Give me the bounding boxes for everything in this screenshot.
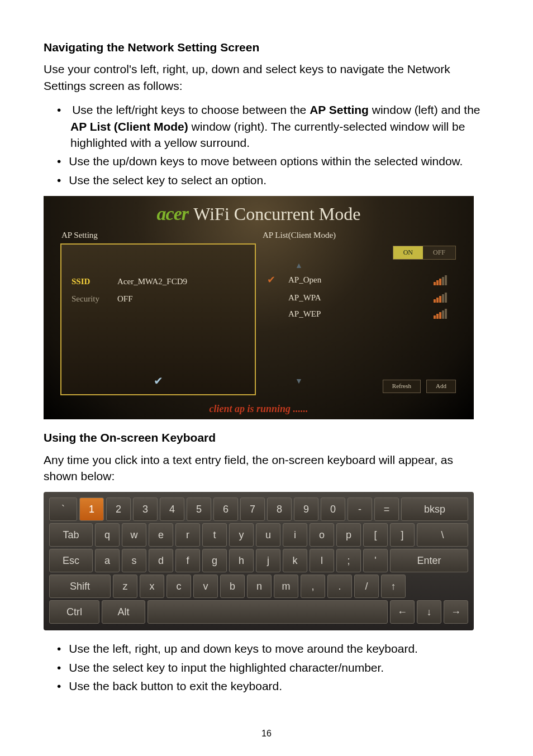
key-8[interactable]: 8 xyxy=(267,497,292,521)
ap-row-wep[interactable]: AP_WEP xyxy=(267,306,456,322)
ap-list-header: AP List(Client Mode) xyxy=(261,227,457,243)
key-backtick[interactable]: ` xyxy=(49,497,77,521)
heading-navigating: Navigating the Network Setting Screen xyxy=(44,39,489,55)
off-button[interactable]: OFF xyxy=(423,246,455,259)
key-esc[interactable]: Esc xyxy=(49,549,93,572)
key-9[interactable]: 9 xyxy=(294,497,318,521)
key-o[interactable]: o xyxy=(310,523,334,547)
signal-icon xyxy=(434,293,456,303)
key-equals[interactable]: = xyxy=(374,497,399,521)
key-rbracket[interactable]: ] xyxy=(390,523,415,547)
kbd-row-5: Ctrl Alt ← ↓ → xyxy=(49,600,468,624)
security-value[interactable]: OFF xyxy=(117,293,133,305)
signal-icon xyxy=(434,275,456,285)
key-backslash[interactable]: \ xyxy=(417,523,468,547)
key-f[interactable]: f xyxy=(175,549,200,572)
para-nav-intro: Use your control's left, right, up, down… xyxy=(44,61,489,94)
key-t[interactable]: t xyxy=(202,523,227,547)
on-button[interactable]: ON xyxy=(393,246,423,259)
key-p[interactable]: p xyxy=(336,523,361,547)
kbd-bullet-1: Use the left, right, up and down keys to… xyxy=(57,640,489,657)
key-3[interactable]: 3 xyxy=(133,497,158,521)
chevron-down-icon[interactable]: ✔ xyxy=(154,373,163,389)
key-x[interactable]: x xyxy=(140,575,164,598)
key-g[interactable]: g xyxy=(202,549,227,572)
nav-bullet-list: Use the left/right keys to choose betwee… xyxy=(44,102,489,188)
key-slash[interactable]: / xyxy=(354,575,379,598)
ap-list-panel[interactable]: AP List(Client Mode) ON OFF ▲ ✔ AP_Open xyxy=(261,227,457,395)
key-j[interactable]: j xyxy=(256,549,280,572)
key-b[interactable]: b xyxy=(220,575,245,598)
signal-icon xyxy=(434,309,456,319)
key-minus[interactable]: - xyxy=(348,497,372,521)
on-off-toggle[interactable]: ON OFF xyxy=(393,246,456,260)
key-apostrophe[interactable]: ' xyxy=(363,549,388,572)
key-space[interactable] xyxy=(147,600,388,624)
ap-row-wpa[interactable]: AP_WPA xyxy=(267,290,456,306)
key-6[interactable]: 6 xyxy=(213,497,238,521)
key-shift[interactable]: Shift xyxy=(49,575,111,598)
ap-list-box: ON OFF ▲ ✔ AP_Open AP_WPA xyxy=(261,243,457,395)
key-q[interactable]: q xyxy=(95,523,120,547)
kbd-bullet-list: Use the left, right, up and down keys to… xyxy=(44,640,489,694)
key-1[interactable]: 1 xyxy=(79,497,104,521)
key-v[interactable]: v xyxy=(193,575,218,598)
ap-row-open[interactable]: ✔ AP_Open xyxy=(267,271,456,289)
key-5[interactable]: 5 xyxy=(187,497,211,521)
nav-bullet-1: Use the left/right keys to choose betwee… xyxy=(57,102,489,151)
nav-b1-mid: window (left) and the xyxy=(369,103,480,116)
acer-logo: acer xyxy=(157,200,188,227)
key-right-arrow[interactable]: → xyxy=(444,600,468,624)
key-u[interactable]: u xyxy=(256,523,280,547)
key-m[interactable]: m xyxy=(274,575,298,598)
kbd-row-4: Shift z x c v b n m , . / ↑ xyxy=(49,575,468,598)
ap-name: AP_Open xyxy=(280,274,434,286)
key-c[interactable]: c xyxy=(166,575,191,598)
ssid-value[interactable]: Acer_MWA2_FCD9 xyxy=(117,276,187,288)
key-comma[interactable]: , xyxy=(301,575,325,598)
key-ctrl[interactable]: Ctrl xyxy=(49,600,99,624)
key-y[interactable]: y xyxy=(229,523,254,547)
kbd-row-1: ` 1 2 3 4 5 6 7 8 9 0 - = bksp xyxy=(49,497,468,521)
refresh-button[interactable]: Refresh xyxy=(383,380,421,393)
key-h[interactable]: h xyxy=(229,549,254,572)
page-number: 16 xyxy=(44,728,489,740)
scroll-up-icon[interactable]: ▲ xyxy=(267,260,456,271)
nav-b1-bold2: AP List (Client Mode) xyxy=(70,120,188,133)
key-7[interactable]: 7 xyxy=(240,497,265,521)
key-bksp[interactable]: bksp xyxy=(401,497,468,521)
key-lbracket[interactable]: [ xyxy=(363,523,388,547)
key-down-arrow[interactable]: ↓ xyxy=(417,600,441,624)
key-semicolon[interactable]: ; xyxy=(336,549,361,572)
ap-name: AP_WEP xyxy=(280,308,434,320)
key-l[interactable]: l xyxy=(310,549,334,572)
key-2[interactable]: 2 xyxy=(106,497,131,521)
heading-keyboard: Using the On-screen Keyboard xyxy=(44,429,489,446)
ap-setting-box: SSID Acer_MWA2_FCD9 Security OFF ✔ xyxy=(60,243,256,395)
add-button[interactable]: Add xyxy=(426,380,456,393)
key-n[interactable]: n xyxy=(247,575,272,598)
key-up-arrow[interactable]: ↑ xyxy=(381,575,406,598)
nav-bullet-2: Use the up/down keys to move between opt… xyxy=(57,153,489,169)
key-alt[interactable]: Alt xyxy=(102,600,145,624)
nav-b1-bold1: AP Setting xyxy=(310,103,369,116)
key-0[interactable]: 0 xyxy=(321,497,345,521)
kbd-bullet-2: Use the select key to input the highligh… xyxy=(57,659,489,676)
ap-name: AP_WPA xyxy=(280,292,434,304)
key-i[interactable]: i xyxy=(283,523,307,547)
key-4[interactable]: 4 xyxy=(160,497,184,521)
key-period[interactable]: . xyxy=(327,575,352,598)
ap-setting-panel[interactable]: AP Setting SSID Acer_MWA2_FCD9 Security … xyxy=(60,227,256,395)
key-enter[interactable]: Enter xyxy=(390,549,468,572)
key-tab[interactable]: Tab xyxy=(49,523,93,547)
nav-bullet-3: Use the select key to select an option. xyxy=(57,172,489,188)
key-z[interactable]: z xyxy=(113,575,137,598)
key-left-arrow[interactable]: ← xyxy=(390,600,415,624)
key-s[interactable]: s xyxy=(122,549,146,572)
key-w[interactable]: w xyxy=(122,523,146,547)
key-k[interactable]: k xyxy=(283,549,307,572)
key-a[interactable]: a xyxy=(95,549,120,572)
key-r[interactable]: r xyxy=(175,523,200,547)
key-e[interactable]: e xyxy=(149,523,173,547)
key-d[interactable]: d xyxy=(149,549,173,572)
